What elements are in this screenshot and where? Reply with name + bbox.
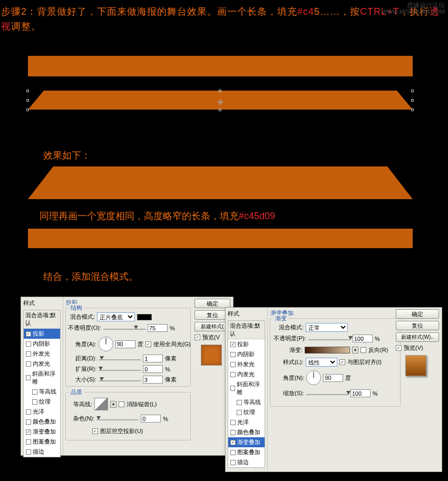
spread-slider[interactable] — [99, 368, 141, 371]
style-item[interactable]: ✓渐变叠加 — [228, 437, 265, 447]
style-item[interactable]: 图案叠加 — [24, 437, 60, 447]
checkbox-icon[interactable] — [230, 352, 236, 357]
transform-center-icon[interactable] — [217, 97, 223, 103]
blend-options[interactable]: 混合选项:默认 — [228, 321, 265, 339]
knockout-checkbox[interactable]: ✓ — [92, 428, 98, 434]
handle-br[interactable] — [411, 109, 414, 111]
style-item[interactable]: 内发光 — [228, 369, 265, 379]
checkbox-icon[interactable] — [26, 419, 31, 425]
contour-swatch[interactable] — [94, 398, 108, 410]
checkbox-icon[interactable] — [237, 410, 242, 415]
style-item[interactable]: 描边 — [24, 447, 60, 457]
checkbox-icon[interactable] — [26, 409, 31, 415]
style-item[interactable]: 斜面和浮雕 — [228, 379, 265, 397]
angle-dial[interactable] — [306, 370, 321, 385]
checkbox-icon[interactable] — [237, 400, 242, 405]
global-light-checkbox[interactable]: ✓ — [145, 341, 151, 347]
style-item[interactable]: 颜色叠加 — [24, 417, 60, 427]
size-slider[interactable] — [99, 378, 141, 381]
checkbox-icon[interactable]: ✓ — [230, 342, 236, 347]
style-item[interactable]: 等高线 — [228, 397, 265, 407]
contour-dropdown[interactable]: ▾ — [110, 401, 116, 408]
checkbox-icon[interactable] — [26, 351, 31, 357]
style-item[interactable]: 纹理 — [24, 397, 60, 407]
distance-input[interactable] — [143, 355, 163, 362]
style-item-label: 渐变叠加 — [33, 428, 56, 436]
style-item[interactable]: 内阴影 — [228, 349, 265, 359]
gradient-dropdown[interactable]: ▾ — [352, 347, 358, 354]
blend-mode-select[interactable]: 正常 — [306, 323, 348, 332]
checkbox-icon[interactable] — [26, 375, 31, 380]
checkbox-icon[interactable] — [230, 420, 236, 425]
opacity-slider[interactable] — [103, 327, 145, 330]
style-item[interactable]: 外发光 — [24, 349, 60, 359]
ok-button[interactable]: 确定 — [396, 309, 439, 319]
handle-bc[interactable] — [219, 109, 221, 111]
checkbox-icon[interactable] — [32, 389, 37, 395]
opacity-input[interactable] — [353, 335, 373, 342]
style-item[interactable]: 内发光 — [24, 359, 60, 369]
preview-checkbox[interactable]: ✓ — [194, 335, 200, 340]
style-item[interactable]: 光泽 — [24, 407, 60, 417]
style-item[interactable]: ✓投影 — [24, 329, 60, 339]
style-item[interactable]: 外发光 — [228, 359, 265, 369]
angle-input[interactable] — [115, 340, 135, 348]
reverse-checkbox[interactable] — [361, 347, 366, 353]
checkbox-icon[interactable] — [230, 430, 236, 435]
preview-checkbox[interactable]: ✓ — [396, 345, 402, 351]
gradient-swatch[interactable] — [305, 347, 350, 354]
opacity-input[interactable] — [148, 324, 168, 332]
blend-mode-select[interactable]: 正片叠底 — [97, 312, 135, 321]
align-checkbox[interactable]: ✓ — [339, 359, 345, 365]
antialias-checkbox[interactable] — [119, 401, 124, 407]
checkbox-icon[interactable] — [32, 399, 37, 405]
style-item-label: 投影 — [237, 340, 249, 348]
checkbox-icon[interactable] — [26, 449, 31, 455]
checkbox-icon[interactable] — [230, 450, 236, 455]
checkbox-icon[interactable]: ✓ — [26, 331, 31, 337]
dialog-body: 渐变叠加 渐变 混合模式: 正常 不透明度(P): % 渐变: ▾ 反向(R) … — [268, 308, 402, 472]
cancel-button[interactable]: 复位 — [396, 321, 439, 330]
style-item[interactable]: ✓投影 — [228, 339, 265, 349]
handle-ml[interactable] — [26, 99, 29, 102]
handle-tc[interactable] — [219, 90, 221, 92]
handle-mr[interactable] — [411, 99, 414, 102]
spread-input[interactable] — [143, 365, 163, 373]
shadow-color-swatch[interactable] — [137, 314, 152, 320]
size-input[interactable] — [143, 376, 163, 384]
checkbox-icon[interactable] — [230, 362, 236, 367]
checkbox-icon[interactable] — [230, 460, 236, 465]
style-item[interactable]: ✓渐变叠加 — [24, 427, 60, 437]
handle-tl[interactable] — [26, 90, 29, 92]
handle-bl[interactable] — [26, 109, 29, 111]
style-item[interactable]: 图案叠加 — [228, 447, 265, 457]
style-item[interactable]: 光泽 — [228, 417, 265, 427]
style-item[interactable]: 颜色叠加 — [228, 427, 265, 437]
style-item[interactable]: 纹理 — [228, 407, 265, 417]
style-item[interactable]: 内阴影 — [24, 339, 60, 349]
checkbox-icon[interactable] — [26, 341, 31, 347]
checkbox-icon[interactable]: ✓ — [26, 429, 31, 435]
angle-input[interactable] — [323, 374, 343, 382]
blend-options[interactable]: 混合选项:默认 — [24, 310, 60, 329]
style-item[interactable]: 等高线 — [24, 387, 60, 397]
checkbox-icon[interactable]: ✓ — [230, 440, 236, 445]
style-item[interactable]: 描边 — [228, 457, 265, 467]
distance-slider[interactable] — [99, 357, 141, 360]
scale-slider[interactable] — [306, 392, 348, 395]
style-item[interactable]: 斜面和浮雕 — [24, 369, 60, 387]
style-item-label: 内阴影 — [237, 350, 255, 358]
opacity-slider[interactable] — [308, 337, 350, 340]
checkbox-icon[interactable] — [26, 439, 31, 445]
grad-style-select[interactable]: 线性 — [306, 358, 337, 367]
handle-tr[interactable] — [411, 90, 414, 92]
new-style-button[interactable]: 新建样式(W).. — [396, 332, 439, 342]
trapezoid-result — [28, 166, 413, 199]
checkbox-icon[interactable] — [230, 372, 236, 377]
checkbox-icon[interactable] — [26, 361, 31, 367]
scale-input[interactable] — [350, 389, 371, 397]
angle-dial[interactable] — [99, 337, 113, 351]
checkbox-icon[interactable] — [230, 386, 235, 391]
noise-input[interactable] — [141, 415, 161, 423]
noise-slider[interactable] — [96, 417, 139, 420]
